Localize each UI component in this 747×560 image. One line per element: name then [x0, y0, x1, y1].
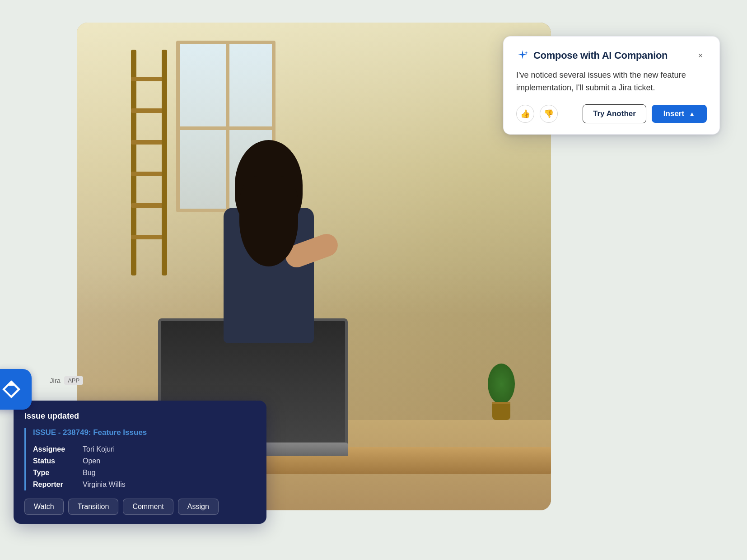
watch-button[interactable]: Watch — [24, 499, 64, 515]
close-button[interactable]: × — [694, 49, 707, 62]
jira-notification-card: Jira APP Issue updated ISSUE - 238749: F… — [14, 401, 266, 524]
jira-app-badge: APP — [64, 376, 83, 385]
field-label-type: Type — [33, 467, 83, 479]
comment-button[interactable]: Comment — [123, 499, 173, 515]
insert-button[interactable]: Insert ▲ — [652, 105, 707, 123]
cursor-icon: ▲ — [689, 110, 695, 117]
jira-app-name: Jira — [50, 377, 61, 384]
try-another-button[interactable]: Try Another — [583, 104, 646, 123]
sparkle-icon — [516, 49, 529, 62]
table-row: Type Bug — [33, 467, 256, 479]
field-label-assignee: Assignee — [33, 443, 83, 455]
assign-button[interactable]: Assign — [178, 499, 219, 515]
table-row: Reporter Virginia Willis — [33, 479, 256, 490]
field-value-reporter: Virginia Willis — [83, 479, 256, 490]
ai-card-title-group: Compose with AI Companion — [516, 49, 668, 62]
jira-issue-table: Assignee Tori Kojuri Status Open Type Bu… — [33, 443, 256, 490]
ai-card-actions: 👍 👎 Try Another Insert ▲ — [516, 104, 707, 123]
ai-companion-card: Compose with AI Companion × I've noticed… — [503, 36, 720, 135]
jira-actions: Watch Transition Comment Assign — [24, 499, 256, 515]
jira-logo-icon — [0, 369, 32, 410]
jira-logo-svg — [0, 378, 23, 401]
ai-card-header: Compose with AI Companion × — [516, 49, 707, 62]
jira-notification-title: Issue updated — [24, 411, 256, 421]
thumbs-down-icon: 👎 — [544, 109, 554, 119]
field-label-status: Status — [33, 455, 83, 467]
thumbs-up-icon: 👍 — [520, 109, 530, 119]
field-label-reporter: Reporter — [33, 479, 83, 490]
thumbs-down-button[interactable]: 👎 — [540, 105, 558, 123]
jira-issue-block: ISSUE - 238749: Feature Issues Assignee … — [24, 428, 256, 490]
table-row: Assignee Tori Kojuri — [33, 443, 256, 455]
jira-app-label: Jira APP — [50, 376, 83, 385]
table-row: Status Open — [33, 455, 256, 467]
ai-card-title: Compose with AI Companion — [533, 50, 668, 61]
field-value-assignee: Tori Kojuri — [83, 443, 256, 455]
plant-decoration — [488, 366, 515, 420]
field-value-type: Bug — [83, 467, 256, 479]
ladder-decoration — [131, 50, 167, 275]
thumbs-up-button[interactable]: 👍 — [516, 105, 534, 123]
transition-button[interactable]: Transition — [68, 499, 119, 515]
ai-card-body-text: I've noticed several issues with the new… — [516, 69, 707, 94]
jira-issue-link[interactable]: ISSUE - 238749: Feature Issues — [33, 428, 256, 437]
field-value-status: Open — [83, 455, 256, 467]
